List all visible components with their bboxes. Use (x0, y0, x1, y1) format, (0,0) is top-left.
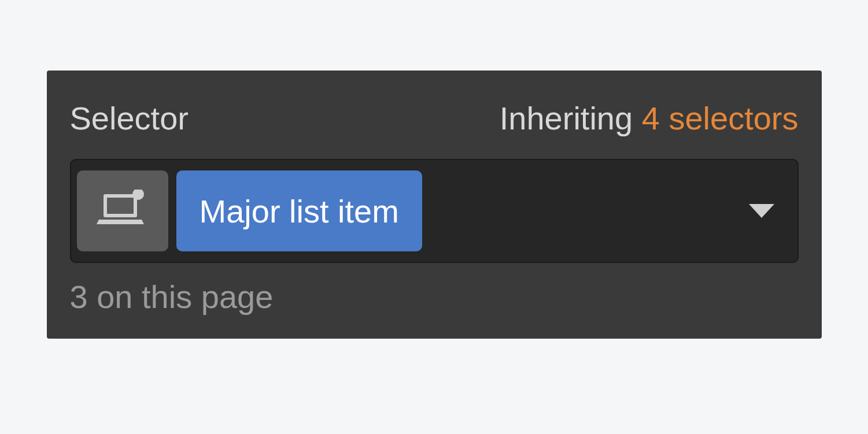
class-chip[interactable]: Major list item (176, 170, 422, 251)
selector-label: Selector (70, 99, 189, 137)
inheriting-link[interactable]: Inheriting 4 selectors (500, 99, 799, 137)
selector-field[interactable]: Major list item (70, 159, 799, 263)
class-chip-label: Major list item (200, 192, 399, 230)
svg-rect-1 (107, 198, 134, 214)
selector-dropdown-button[interactable] (732, 166, 792, 256)
selector-panel: Selector Inheriting 4 selectors Major li… (47, 71, 822, 339)
inheriting-label: Inheriting (500, 100, 642, 136)
caret-down-icon (749, 204, 774, 218)
selector-header: Selector Inheriting 4 selectors (70, 99, 799, 137)
instance-count-label: 3 on this page (70, 278, 799, 316)
breakpoint-chip[interactable] (77, 170, 168, 251)
breakpoint-desktop-icon (97, 190, 149, 232)
inheriting-count: 4 selectors (642, 100, 799, 136)
